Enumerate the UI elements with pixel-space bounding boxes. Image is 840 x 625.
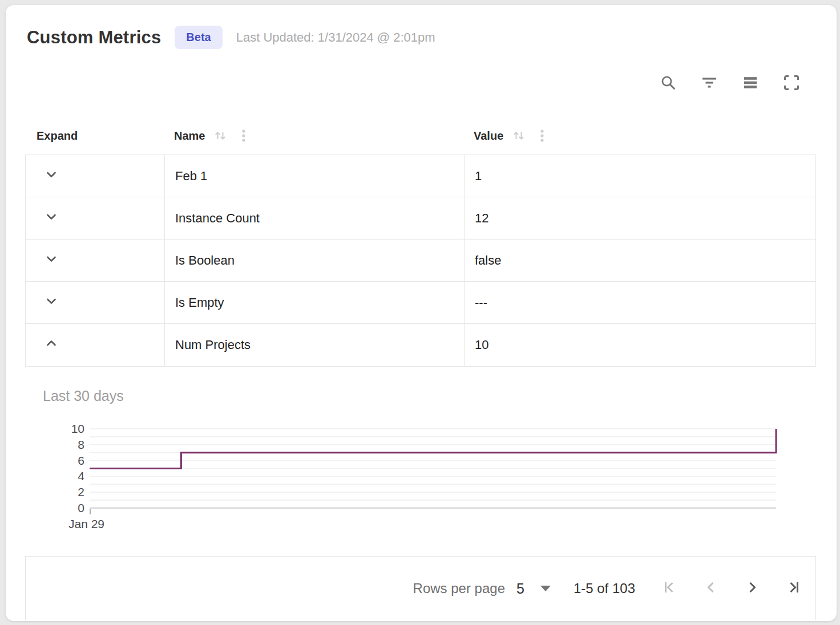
table-row: Is Empty --- bbox=[26, 282, 815, 324]
chart-x-tick-label: Jan 29 bbox=[68, 517, 104, 531]
expand-row-button[interactable] bbox=[43, 210, 59, 226]
chevron-down-icon bbox=[44, 294, 59, 312]
column-header-expand-label: Expand bbox=[37, 129, 78, 143]
table-toolbar bbox=[659, 74, 801, 94]
previous-page-button[interactable] bbox=[702, 580, 720, 597]
filter-button[interactable] bbox=[700, 74, 719, 94]
header: Custom Metrics Beta Last Updated: 1/31/2… bbox=[27, 26, 435, 49]
table-row: Instance Count 12 bbox=[26, 197, 815, 240]
table-header-row: Expand Name Value bbox=[25, 117, 816, 155]
pagination-footer: Rows per page 5 1-5 of 103 bbox=[25, 556, 816, 620]
search-icon bbox=[659, 74, 677, 94]
sort-arrows-icon[interactable] bbox=[511, 128, 527, 144]
name-cell: Num Projects bbox=[164, 324, 464, 366]
chart-y-tick-label: 10 bbox=[56, 422, 84, 436]
column-menu-icon[interactable] bbox=[236, 128, 252, 144]
density-icon bbox=[741, 74, 760, 94]
rows-per-page-value[interactable]: 5 bbox=[516, 581, 524, 597]
beta-badge: Beta bbox=[175, 26, 222, 49]
expand-row-button[interactable] bbox=[43, 295, 59, 311]
column-header-value[interactable]: Value bbox=[463, 128, 816, 144]
metric-line-chart bbox=[90, 429, 776, 508]
chart-y-axis-labels: 0246810 bbox=[56, 429, 84, 508]
chevron-down-icon bbox=[44, 167, 59, 185]
chart-x-tick bbox=[90, 509, 91, 514]
name-cell: Instance Count bbox=[164, 197, 464, 239]
table-body: Feb 1 1 Instance Count 12 Is Boolean fal… bbox=[25, 155, 816, 367]
rows-per-page-dropdown-icon[interactable] bbox=[540, 586, 551, 591]
pagination-range-label: 1-5 of 103 bbox=[574, 581, 635, 596]
table-row-expanded: Num Projects 10 bbox=[26, 324, 815, 366]
fullscreen-icon bbox=[782, 74, 801, 94]
expand-cell bbox=[26, 282, 164, 323]
chevron-down-icon bbox=[44, 209, 59, 228]
chart-y-tick-label: 0 bbox=[56, 501, 84, 515]
value-cell: false bbox=[464, 240, 815, 281]
last-page-button[interactable] bbox=[785, 580, 802, 597]
chevron-down-icon bbox=[44, 251, 59, 270]
chart-y-tick-label: 4 bbox=[56, 469, 84, 483]
last-page-icon bbox=[785, 579, 802, 598]
name-cell: Is Boolean bbox=[164, 240, 464, 281]
metric-chart-svg bbox=[90, 429, 776, 508]
table-row: Is Boolean false bbox=[26, 240, 815, 282]
table-row: Feb 1 1 bbox=[26, 155, 815, 197]
chevron-left-icon bbox=[702, 579, 720, 598]
value-cell: 1 bbox=[464, 155, 815, 197]
expand-cell bbox=[26, 155, 164, 197]
column-header-expand: Expand bbox=[25, 129, 164, 143]
pagination-controls bbox=[661, 580, 802, 597]
expand-cell bbox=[26, 197, 164, 239]
next-page-button[interactable] bbox=[744, 580, 761, 597]
chart-title: Last 30 days bbox=[43, 388, 124, 404]
page-title: Custom Metrics bbox=[27, 27, 161, 48]
expand-cell bbox=[26, 240, 164, 281]
column-header-value-label: Value bbox=[474, 129, 503, 143]
column-menu-icon[interactable] bbox=[534, 128, 550, 144]
column-header-name[interactable]: Name bbox=[164, 128, 463, 144]
chart-y-tick-label: 2 bbox=[56, 485, 84, 499]
name-cell: Is Empty bbox=[164, 282, 464, 323]
collapse-row-button[interactable] bbox=[43, 337, 59, 353]
custom-metrics-card: Custom Metrics Beta Last Updated: 1/31/2… bbox=[6, 5, 837, 621]
fullscreen-button[interactable] bbox=[782, 74, 801, 94]
chart-y-tick-label: 6 bbox=[56, 454, 84, 468]
expand-row-button[interactable] bbox=[43, 253, 59, 269]
expand-row-button[interactable] bbox=[43, 168, 59, 184]
last-updated-text: Last Updated: 1/31/2024 @ 2:01pm bbox=[236, 30, 435, 45]
expand-cell bbox=[26, 324, 164, 366]
value-cell: --- bbox=[464, 282, 815, 323]
filter-icon bbox=[700, 74, 718, 94]
value-cell: 12 bbox=[464, 197, 815, 239]
rows-per-page-label: Rows per page bbox=[413, 581, 505, 596]
density-button[interactable] bbox=[741, 74, 760, 94]
value-cell: 10 bbox=[464, 324, 815, 366]
chart-y-tick-label: 8 bbox=[56, 438, 84, 452]
sort-arrows-icon[interactable] bbox=[212, 128, 228, 144]
chevron-up-icon bbox=[44, 336, 59, 354]
column-header-name-label: Name bbox=[174, 129, 205, 143]
name-cell: Feb 1 bbox=[164, 155, 464, 197]
first-page-icon bbox=[661, 579, 679, 598]
chevron-right-icon bbox=[744, 579, 761, 598]
first-page-button[interactable] bbox=[661, 580, 679, 597]
search-button[interactable] bbox=[659, 74, 678, 94]
